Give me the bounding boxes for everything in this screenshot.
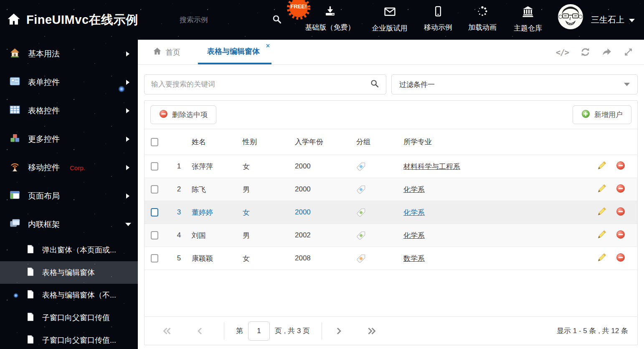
tag-icon[interactable] <box>356 208 366 217</box>
search-icon[interactable] <box>370 79 379 90</box>
edit-pencil-icon[interactable] <box>597 252 607 264</box>
tab-grid-edit-window[interactable]: 表格与编辑窗体 × <box>198 40 271 64</box>
row-checkbox[interactable] <box>151 254 158 262</box>
sidebar-item-mobile-controls[interactable]: 移动控件Corp. <box>0 153 138 182</box>
open-in-new-icon[interactable] <box>602 47 612 57</box>
row-checkbox[interactable] <box>151 185 158 194</box>
table-row[interactable]: 1 张萍萍 女 2000 材料科学与工程系 <box>145 155 637 178</box>
tag-icon[interactable] <box>356 162 366 171</box>
tab-home[interactable]: 首页 <box>150 40 183 64</box>
source-code-icon[interactable]: </> <box>556 48 569 57</box>
sidebar-subitem-label: 表格与编辑窗体（不... <box>42 290 116 300</box>
table-row[interactable]: 4 刘国 男 2002 化学系 <box>145 224 637 247</box>
select-all-checkbox[interactable] <box>151 138 158 146</box>
header-search-input[interactable] <box>180 16 272 24</box>
row-checkbox[interactable] <box>151 162 158 171</box>
major-link[interactable]: 化学系 <box>403 231 425 240</box>
sidebar-subitem-grid-edit-window-2[interactable]: 表格与编辑窗体（不... <box>0 284 138 306</box>
first-page-button[interactable] <box>162 326 172 336</box>
table-icon <box>9 104 20 117</box>
layout-icon <box>9 189 20 203</box>
major-link[interactable]: 化学系 <box>403 208 425 217</box>
envelope-icon <box>383 5 396 20</box>
main-content: 首页 表格与编辑窗体 × </> <box>138 40 644 349</box>
delete-minus-icon[interactable] <box>616 207 625 218</box>
delete-minus-icon[interactable] <box>616 161 625 172</box>
tag-icon[interactable] <box>356 185 366 194</box>
avatar[interactable] <box>558 4 583 29</box>
nav-basic-edition[interactable]: 基础版（免费） <box>305 5 355 32</box>
row-checkbox[interactable] <box>151 231 158 239</box>
page-number-input[interactable] <box>248 321 270 341</box>
user-menu[interactable]: 三生石上 <box>591 0 635 40</box>
sidebar-subitem-child-to-parent-2[interactable]: 子窗口向父窗口传值... <box>0 329 138 349</box>
major-link[interactable]: 材料科学与工程系 <box>403 162 460 171</box>
table-row[interactable]: 5 康颖颖 女 2008 数学系 <box>145 247 637 270</box>
tag-icon[interactable] <box>356 231 366 240</box>
table-row-selected[interactable]: 3 董婷婷 女 2000 化学系 <box>145 201 637 224</box>
row-checkbox[interactable] <box>151 208 158 217</box>
sidebar-item-more-controls[interactable]: 更多控件 <box>0 125 138 153</box>
sidebar-item-page-layout[interactable]: 页面布局 <box>0 182 138 210</box>
sidebar-item-label: 更多控件 <box>28 134 60 145</box>
keyword-search-input[interactable] <box>151 80 370 89</box>
nav-loading-animations[interactable]: 加载动画 <box>468 5 497 32</box>
chevron-right-icon <box>126 165 129 170</box>
page-icon <box>26 245 35 256</box>
sidebar-subitem-grid-edit-window[interactable]: 表格与编辑窗体 <box>0 261 138 284</box>
tag-icon[interactable] <box>356 254 366 263</box>
plus-circle-icon <box>581 110 590 120</box>
edit-pencil-icon[interactable] <box>597 160 607 172</box>
next-page-button[interactable] <box>334 326 344 336</box>
major-link[interactable]: 数学系 <box>403 254 425 263</box>
nav-label: 企业版试用 <box>372 23 408 33</box>
sidebar-item-form-controls[interactable]: 表单控件 <box>0 68 138 97</box>
refresh-icon[interactable] <box>580 47 591 57</box>
sidebar-subitem-popup-window[interactable]: 弹出窗体（本页面或... <box>0 239 138 261</box>
edit-pencil-icon[interactable] <box>597 229 607 241</box>
download-icon <box>324 5 336 19</box>
edit-pencil-icon[interactable] <box>597 183 607 195</box>
cell-name: 董婷婷 <box>188 208 243 217</box>
brand-title: FineUIMvc在线示例 <box>26 12 138 28</box>
header-search[interactable] <box>180 0 265 40</box>
page-label-prefix: 第 <box>236 326 243 336</box>
sidebar-item-basic-usage[interactable]: 基本用法 <box>0 40 138 68</box>
delete-selected-button[interactable]: 删除选中项 <box>150 105 216 124</box>
sidebar-item-label: 移动控件 <box>28 162 60 173</box>
nav-label: 主题仓库 <box>514 23 542 33</box>
col-major: 所学专业 <box>399 137 587 147</box>
sidebar-item-grid-controls[interactable]: 表格控件 <box>0 97 138 125</box>
house-icon <box>9 47 20 61</box>
col-group: 分组 <box>355 137 399 147</box>
edit-pencil-icon[interactable] <box>597 206 607 218</box>
nav-mobile-demos[interactable]: 移动示例 <box>424 5 452 32</box>
close-icon[interactable]: × <box>266 43 270 49</box>
nav-enterprise-trial[interactable]: 企业版试用 <box>372 5 408 33</box>
prev-page-button[interactable] <box>195 326 205 336</box>
sidebar-subitem-child-to-parent[interactable]: 子窗口向父窗口传值 <box>0 306 138 329</box>
tab-label: 首页 <box>165 47 180 57</box>
user-name: 三生石上 <box>591 14 624 25</box>
brand[interactable]: FineUIMvc在线示例 <box>7 0 138 40</box>
nav-label: 移动示例 <box>424 23 452 32</box>
add-user-button[interactable]: 新增用户 <box>573 105 631 124</box>
keyword-search-box[interactable] <box>144 74 386 94</box>
nav-label: 基础版（免费） <box>305 23 355 32</box>
col-year: 入学年份 <box>295 137 355 147</box>
sidebar-item-inline-frames[interactable]: 内联框架 <box>0 210 138 239</box>
sidebar-item-label: 内联框架 <box>28 219 60 230</box>
sidebar: 基本用法 表单控件 表格控件 <box>0 40 138 349</box>
filter-dropdown[interactable]: 过滤条件一 <box>391 74 638 94</box>
delete-minus-icon[interactable] <box>616 230 625 241</box>
major-link[interactable]: 化学系 <box>403 185 425 194</box>
fullscreen-icon[interactable] <box>624 47 633 57</box>
delete-minus-icon[interactable] <box>616 253 625 264</box>
last-page-button[interactable] <box>367 326 377 336</box>
filter-bar: 过滤条件一 <box>144 74 638 94</box>
search-icon[interactable] <box>272 14 282 26</box>
cell-year: 2000 <box>295 162 355 171</box>
table-row[interactable]: 2 陈飞 男 2000 化学系 <box>145 178 637 201</box>
delete-minus-icon[interactable] <box>616 184 625 195</box>
nav-theme-repository[interactable]: 主题仓库 <box>514 5 542 33</box>
